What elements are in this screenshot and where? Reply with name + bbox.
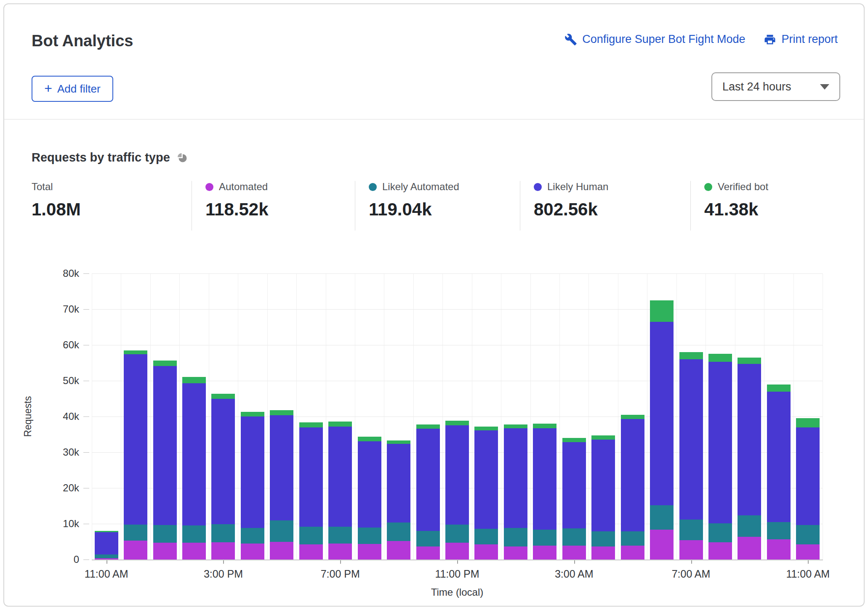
segment-verified-bot [182, 377, 206, 383]
segment-automated [621, 546, 644, 560]
bar-3-00-pm-4[interactable] [211, 394, 235, 560]
bar-11-00-am-24[interactable] [796, 418, 820, 560]
segment-automated [650, 530, 674, 560]
bar-4-00-pm-5[interactable] [241, 412, 264, 560]
stat-divider [520, 181, 520, 231]
x-tick-label: 3:00 PM [185, 568, 261, 580]
bar-12-00-am-13[interactable] [474, 427, 498, 560]
segment-likely-human [796, 427, 820, 525]
y-tick [83, 309, 89, 310]
bar-11-00-am-0[interactable] [95, 531, 118, 560]
segment-verified-bot [474, 427, 498, 430]
header-actions: Configure Super Bot Fight Mode Print rep… [564, 33, 838, 46]
segment-automated [270, 542, 293, 560]
segment-automated [533, 546, 556, 560]
segment-likely-automated [124, 525, 147, 541]
y-tick [83, 488, 89, 488]
segment-likely-human [124, 354, 147, 525]
segment-automated [738, 537, 761, 560]
y-tick-label: 30k [24, 446, 79, 458]
segment-likely-automated [474, 529, 498, 544]
segment-verified-bot [679, 352, 703, 359]
stat-total: Total 1.08M [32, 181, 81, 220]
time-range-dropdown[interactable]: Last 24 hours [711, 72, 840, 101]
stat-verified-bot-value: 41.38k [704, 199, 768, 220]
y-tick-label: 20k [24, 482, 79, 494]
stat-likely-human[interactable]: Likely Human 802.56k [534, 181, 608, 220]
segment-verified-bot [504, 424, 527, 428]
bar-12-00-pm-1[interactable] [124, 350, 147, 560]
segment-automated [328, 544, 352, 560]
bar-8-00-am-21[interactable] [708, 354, 732, 560]
segment-automated [504, 546, 527, 560]
segment-automated [416, 546, 440, 560]
segment-likely-automated [504, 528, 527, 546]
automated-dot-icon [205, 183, 213, 191]
y-tick-label: 60k [24, 339, 79, 351]
x-tick-label: 11:00 PM [419, 568, 495, 580]
segment-automated [241, 544, 264, 560]
configure-super-bot-fight-mode-link[interactable]: Configure Super Bot Fight Mode [564, 33, 745, 46]
segment-likely-automated [241, 528, 264, 544]
segment-likely-human [445, 425, 469, 524]
x-tick [457, 560, 458, 564]
segment-likely-automated [621, 531, 644, 546]
bar-7-00-am-20[interactable] [679, 352, 703, 560]
segment-likely-human [708, 362, 732, 523]
stat-automated[interactable]: Automated 118.52k [205, 181, 269, 220]
segment-verified-bot [416, 424, 440, 429]
segment-verified-bot [708, 354, 732, 362]
bar-4-00-am-17[interactable] [591, 435, 615, 560]
traffic-type-stats: Total 1.08M Automated 118.52k Likely Aut… [0, 181, 868, 232]
bar-6-00-am-19[interactable] [650, 300, 674, 560]
bar-10-00-am-23[interactable] [767, 385, 791, 560]
segment-likely-human [211, 399, 235, 524]
print-link-label: Print report [781, 33, 838, 46]
segment-likely-human [562, 442, 586, 528]
stat-likely-automated-label: Likely Automated [382, 181, 459, 193]
stat-total-value: 1.08M [32, 199, 81, 220]
stat-automated-label: Automated [219, 181, 268, 193]
configure-link-label: Configure Super Bot Fight Mode [582, 33, 745, 46]
segment-likely-automated [358, 528, 381, 544]
segment-likely-human [299, 427, 323, 526]
bar-7-00-pm-8[interactable] [328, 422, 352, 560]
bar-10-00-pm-11[interactable] [416, 424, 440, 560]
add-filter-label: Add filter [57, 82, 101, 95]
stat-likely-automated[interactable]: Likely Automated 119.04k [369, 181, 459, 220]
header-divider [4, 119, 864, 119]
bar-2-00-pm-3[interactable] [182, 377, 206, 560]
bar-3-00-am-16[interactable] [562, 438, 586, 560]
segment-verified-bot [270, 410, 293, 416]
bar-11-00-pm-12[interactable] [445, 421, 469, 560]
bar-5-00-pm-6[interactable] [270, 410, 293, 560]
segment-likely-human [182, 383, 206, 525]
x-tick [808, 560, 809, 564]
bar-2-00-am-15[interactable] [533, 424, 556, 560]
stat-verified-bot[interactable]: Verified bot 41.38k [704, 181, 768, 220]
segment-automated [474, 544, 498, 560]
segment-automated [767, 539, 791, 560]
printer-icon [764, 33, 776, 46]
x-tick [574, 560, 575, 564]
x-tick-label: 3:00 AM [536, 568, 612, 580]
segment-likely-automated [153, 525, 177, 543]
bar-9-00-pm-10[interactable] [387, 440, 410, 560]
bar-1-00-am-14[interactable] [504, 424, 527, 560]
bar-9-00-am-22[interactable] [738, 358, 761, 560]
segment-automated [708, 542, 732, 560]
bar-6-00-pm-7[interactable] [299, 422, 323, 560]
bar-1-00-pm-2[interactable] [153, 361, 177, 560]
segment-automated [124, 541, 147, 560]
section-title-row: Requests by traffic type [32, 151, 188, 164]
add-filter-button[interactable]: + Add filter [32, 76, 113, 102]
stat-total-label: Total [32, 181, 53, 193]
print-report-link[interactable]: Print report [764, 33, 838, 46]
x-tick-label: 7:00 AM [653, 568, 729, 580]
pie-chart-icon[interactable] [177, 152, 188, 163]
bar-5-00-am-18[interactable] [621, 415, 644, 560]
segment-automated [796, 544, 820, 560]
segment-likely-human [474, 430, 498, 529]
segment-likely-human [416, 429, 440, 531]
bar-8-00-pm-9[interactable] [358, 437, 381, 560]
